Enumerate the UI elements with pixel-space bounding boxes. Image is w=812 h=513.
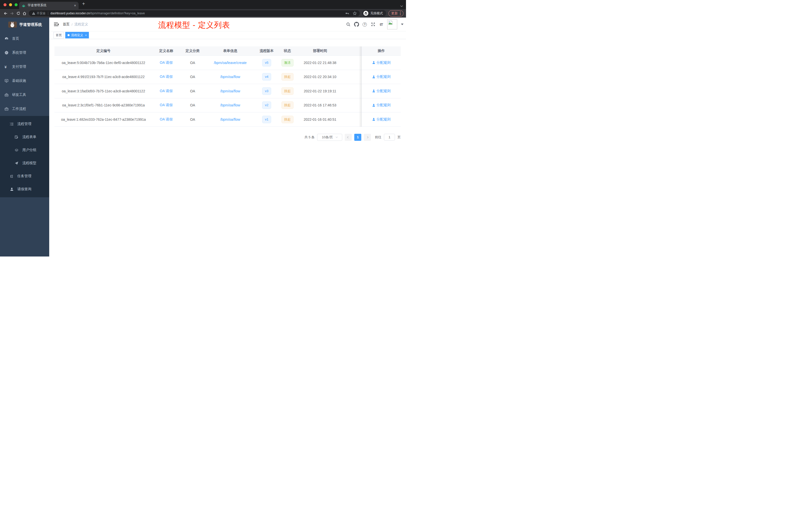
sidebar-item-devtools[interactable]: 研发工具 — [0, 88, 49, 102]
security-label: 不安全 — [37, 11, 46, 16]
sidebar-item-infrastructure[interactable]: 基础设施 — [0, 74, 49, 88]
cell-category: OA — [180, 61, 205, 65]
incognito-icon — [363, 11, 368, 16]
sidebar-item-label: 系统管理 — [12, 51, 26, 55]
sidebar-item-workflow[interactable]: 工作流程 — [0, 102, 49, 116]
sidebar-item-user-group[interactable]: 用户分组 — [0, 144, 49, 157]
version-badge: v3 — [262, 87, 271, 95]
help-icon[interactable]: ? — [362, 21, 368, 27]
cell-definition-id: oa_leave:4:991f2193-7b7f-11ec-a3c8-acde4… — [55, 75, 152, 79]
cell-definition-id: oa_leave:5:004b710b-7b8a-11ec-8ef0-acde4… — [55, 61, 152, 65]
sidebar-item-label: 流程管理 — [17, 122, 31, 126]
assign-rule-link[interactable]: 分配规则 — [372, 117, 391, 122]
version-badge: v1 — [262, 116, 271, 123]
definition-name-link[interactable]: OA 请假 — [160, 74, 173, 79]
sidebar-item-label: 基础设施 — [12, 79, 26, 83]
sidebar-item-leave-query[interactable]: 请假查询 — [0, 183, 49, 196]
next-page-button[interactable] — [364, 134, 371, 141]
sidebar-item-label: 支付管理 — [12, 64, 26, 69]
navbar-right: ? tT — [345, 18, 404, 31]
address-bar[interactable]: 不安全 dashboard.yudao.iocoder.cn /bpm/mana… — [29, 10, 360, 16]
browser-menu-kebab-icon[interactable] — [400, 11, 401, 15]
sidebar-item-process-model[interactable]: 流程模型 — [0, 157, 49, 170]
cell-definition-id: oa_leave:1:482ec033-762a-11ec-8477-a2380… — [55, 117, 152, 121]
cell-deploy-time: 2022-01-16 01:40:51 — [297, 117, 343, 121]
breadcrumb-home[interactable]: 首页 — [63, 22, 69, 27]
definition-name-link[interactable]: OA 请假 — [160, 117, 173, 121]
maximize-window-button[interactable] — [14, 3, 18, 6]
app-title: 芋道管理系统 — [19, 22, 42, 27]
sidebar-logo[interactable]: 芋道管理系统 — [0, 18, 49, 32]
sidebar-item-process-form[interactable]: 流程表单 — [0, 130, 49, 144]
current-page-button[interactable]: 1 — [354, 134, 361, 141]
form-link[interactable]: /bpm/oa/flow — [220, 89, 240, 93]
col-header-form: 表单信息 — [205, 49, 255, 53]
reload-icon[interactable] — [15, 10, 21, 17]
fullscreen-icon[interactable] — [370, 21, 376, 27]
url-path: /bpm/manager/definition?key=oa_leave — [90, 11, 145, 15]
cell-category: OA — [180, 89, 205, 93]
new-tab-button[interactable]: + — [82, 1, 85, 7]
search-icon[interactable] — [345, 21, 351, 27]
sidebar-toggle-icon[interactable] — [54, 22, 59, 26]
tab-close-icon[interactable]: × — [74, 4, 76, 7]
font-size-icon[interactable]: tT — [378, 21, 384, 27]
tag-process-definition[interactable]: 流程定义 × — [65, 32, 89, 38]
cell-category: OA — [180, 117, 205, 121]
page-size-value: 10条/页 — [322, 135, 333, 140]
sidebar-item-task-management[interactable]: 任务管理 — [0, 170, 49, 183]
password-key-icon[interactable] — [345, 11, 349, 15]
status-badge: 挂起 — [282, 87, 293, 95]
table-header-row: 定义编号 定义名称 定义分类 表单信息 流程版本 状态 部署时间 操作 — [55, 47, 401, 56]
form-link[interactable]: /bpm/oa/flow — [220, 117, 240, 121]
status-badge: 挂起 — [282, 101, 293, 109]
col-header-time: 部署时间 — [297, 49, 343, 53]
active-dot — [67, 34, 69, 36]
col-header-version: 流程版本 — [255, 49, 278, 53]
sidebar-item-system[interactable]: 系统管理 — [0, 46, 49, 60]
form-link[interactable]: /bpm/oa/flow — [220, 75, 240, 79]
github-icon[interactable] — [353, 21, 359, 27]
form-link[interactable]: /bpm/oa/leave/create — [214, 61, 247, 65]
update-button[interactable]: 更新 — [388, 10, 404, 17]
goto-page-input[interactable] — [384, 134, 395, 141]
close-window-button[interactable] — [3, 3, 6, 6]
sidebar-item-process-management[interactable]: 流程管理 — [0, 117, 49, 130]
workflow-submenu: 流程管理 流程表单 — [0, 116, 49, 197]
app-root: 芋道管理系统 首页 — [0, 18, 406, 256]
definition-name-link[interactable]: OA 请假 — [160, 60, 173, 64]
definition-name-link[interactable]: OA 请假 — [160, 89, 173, 93]
cell-deploy-time: 2022-01-22 20:34:10 — [297, 75, 343, 79]
form-link[interactable]: /bpm/oa/flow — [220, 103, 240, 107]
tab-search-chevron-icon[interactable] — [401, 3, 403, 7]
person-icon — [10, 187, 14, 191]
home-icon[interactable] — [21, 10, 28, 17]
forward-icon[interactable] — [9, 10, 15, 17]
org-tree-icon — [10, 174, 14, 178]
logo-image — [8, 22, 17, 28]
tag-home[interactable]: 首页 — [54, 32, 64, 38]
yen-icon: ¥ — [4, 65, 8, 69]
monitor-icon — [4, 79, 8, 83]
back-icon[interactable] — [2, 10, 9, 17]
cell-definition-id: oa_leave:2:3c1f0ef1-76b1-11ec-9c66-a2380… — [55, 103, 152, 107]
assign-rule-link[interactable]: 分配规则 — [372, 89, 391, 93]
sidebar-item-home[interactable]: 首页 — [0, 32, 49, 46]
tag-close-icon[interactable]: × — [85, 34, 87, 37]
minimize-window-button[interactable] — [9, 3, 12, 6]
page-size-select[interactable]: 10条/页 — [317, 134, 342, 141]
assign-rule-link[interactable]: 分配规则 — [372, 60, 391, 65]
bookmark-star-icon[interactable] — [353, 11, 357, 15]
definition-name-link[interactable]: OA 请假 — [160, 103, 173, 107]
sidebar-item-payment[interactable]: ¥ 支付管理 — [0, 60, 49, 74]
sidebar-item-label: 流程表单 — [22, 135, 36, 139]
assign-rule-link[interactable]: 分配规则 — [372, 103, 391, 108]
avatar-caret-icon[interactable] — [401, 24, 404, 25]
avatar[interactable] — [387, 19, 397, 29]
tag-label: 流程定义 — [71, 33, 83, 37]
assign-rule-link[interactable]: 分配规则 — [372, 74, 391, 79]
definition-table: 定义编号 定义名称 定义分类 表单信息 流程版本 状态 部署时间 操作 oa_l… — [55, 47, 401, 127]
browser-tab[interactable]: 芋道管理系统 × — [19, 2, 79, 9]
form-edit-icon — [14, 135, 19, 139]
prev-page-button[interactable] — [345, 134, 352, 141]
